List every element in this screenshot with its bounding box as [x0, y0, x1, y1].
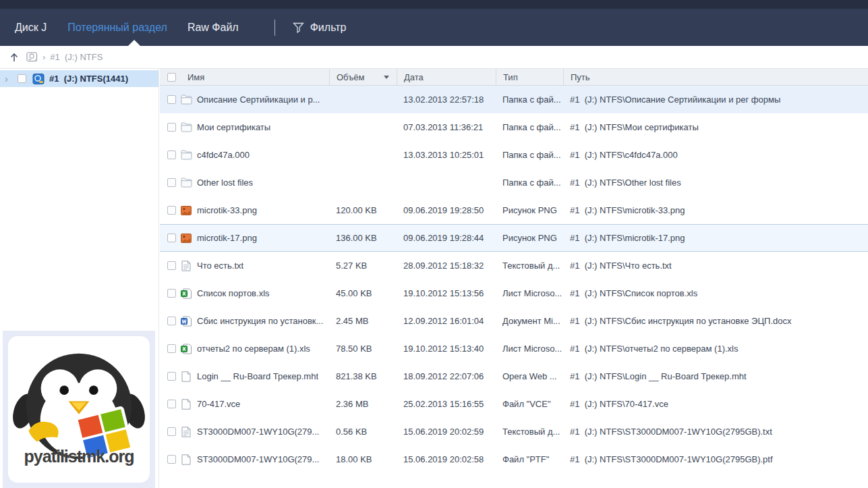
file-name-cell: 70-417.vce [160, 399, 329, 410]
table-row[interactable]: Сбис инструкция по установк...2.45 MB12.… [160, 307, 868, 335]
file-type: Папка с фай... [496, 122, 563, 132]
row-checkbox[interactable] [167, 206, 176, 215]
tab-raw-file[interactable]: Raw Файл [187, 22, 239, 34]
row-checkbox[interactable] [167, 151, 176, 159]
file-name-cell: ST3000DM007-1WY10G(279... [160, 454, 329, 465]
row-checkbox[interactable] [167, 372, 176, 381]
table-row[interactable]: Что есть.txt5.27 KB28.09.2012 15:18:32Те… [160, 252, 868, 279]
select-all-checkbox[interactable] [167, 73, 176, 82]
table-row[interactable]: ST3000DM007-1WY10G(279...0.56 KB15.06.20… [160, 418, 868, 445]
watermark-logo: pyatilistmk.org [3, 331, 155, 488]
column-header-size[interactable]: Объём [329, 69, 397, 85]
drive-icon[interactable] [26, 52, 38, 63]
file-date: 09.06.2019 19:28:44 [397, 233, 496, 243]
sidebar: › #1 (J:) NTFS(1441) [0, 69, 159, 488]
table-row[interactable]: отчеты2 по серверам (1).xls78.50 KB19.10… [160, 335, 868, 362]
watermark-text: pyatilistmk.org [3, 447, 155, 466]
file-date: 13.03.2013 10:25:01 [397, 150, 496, 160]
file-table: Имя Объём Дата Тип Путь Описание Сертийи… [160, 69, 868, 488]
row-checkbox[interactable] [167, 317, 176, 325]
file-name: отчеты2 по серверам (1).xls [197, 344, 310, 354]
table-row[interactable]: Other lost filesПапка с фай...#1 (J:) NT… [160, 169, 868, 196]
file-path: #1 (J:) NTFS\ST3000DM007-1WY10G(2795GB).… [563, 454, 868, 464]
file-name: microtik-33.png [197, 205, 257, 215]
file-date: 19.10.2012 15:13:56 [397, 288, 496, 298]
table-row[interactable]: ST3000DM007-1WY10G(279...18.00 KB15.06.2… [160, 445, 868, 473]
file-date: 12.09.2012 16:01:04 [397, 316, 496, 326]
file-type: Рисунок PNG [496, 205, 563, 215]
chevron-right-icon: › [42, 52, 45, 62]
expand-chevron-icon[interactable]: › [5, 74, 14, 84]
table-row[interactable]: 70-417.vce2.36 MB25.02.2013 15:16:55Файл… [160, 390, 868, 418]
file-name-cell: Сбис инструкция по установк... [160, 316, 329, 327]
file-name: Что есть.txt [197, 261, 243, 271]
file-name: Список портов.xls [197, 288, 270, 298]
column-label: Объём [337, 72, 364, 82]
column-header-type[interactable]: Тип [496, 69, 563, 85]
file-path: #1 (J:) NTFS\Описание Сертийикации и рег… [563, 94, 868, 105]
breadcrumb-path[interactable]: #1 (J:) NTFS [50, 52, 103, 62]
file-path: #1 (J:) NTFS\microtik-33.png [563, 205, 868, 215]
column-header-name[interactable]: Имя [160, 69, 329, 85]
row-checkbox[interactable] [167, 234, 176, 242]
filter-button[interactable]: Фильтр [293, 22, 347, 34]
row-checkbox[interactable] [167, 427, 176, 436]
folder-icon [180, 150, 192, 160]
file-name: Мои сертификаты [197, 122, 270, 132]
row-checkbox[interactable] [167, 95, 176, 104]
volume-label: #1 (J:) NTFS(1441) [49, 74, 128, 84]
volume-icon [32, 73, 45, 85]
file-name: ST3000DM007-1WY10G(279... [197, 454, 319, 464]
file-path: #1 (J:) NTFS\c4fdc47a.000 [563, 150, 868, 160]
column-label: Тип [503, 72, 518, 82]
file-name: Login __ Ru-Board Трекер.mht [197, 371, 318, 381]
file-name-cell: Other lost files [160, 178, 329, 188]
table-row[interactable]: Описание Сертийикации и р...13.02.2013 2… [160, 86, 868, 113]
excel-icon [180, 288, 192, 299]
file-path: #1 (J:) NTFS\Что есть.txt [563, 261, 868, 271]
tab-lost-partition[interactable]: Потерянный раздел [67, 22, 167, 34]
table-row[interactable]: c4fdc47a.00013.03.2013 10:25:01Папка с ф… [160, 141, 868, 169]
file-date: 13.02.2013 22:57:18 [397, 94, 496, 105]
file-date: 28.09.2012 15:18:32 [397, 261, 496, 271]
table-row[interactable]: microtik-17.png136.00 KB09.06.2019 19:28… [160, 224, 868, 252]
file-path: #1 (J:) NTFS\ST3000DM007-1WY10G(2795GB).… [563, 427, 868, 437]
file-name: ST3000DM007-1WY10G(279... [197, 427, 319, 437]
row-checkbox[interactable] [167, 123, 176, 132]
file-date: 19.10.2012 15:13:40 [397, 344, 496, 354]
tab-disk-j[interactable]: Диск J [15, 22, 47, 34]
row-checkbox[interactable] [167, 289, 176, 298]
row-checkbox[interactable] [167, 344, 176, 353]
file-name-cell: Описание Сертийикации и р... [160, 94, 329, 105]
size-dropdown-icon[interactable] [384, 76, 389, 79]
file-type: Лист Microso... [496, 288, 563, 298]
text-icon [180, 427, 192, 437]
row-checkbox[interactable] [167, 178, 176, 187]
file-path: #1 (J:) NTFS\microtik-17.png [563, 233, 868, 243]
file-name-cell: c4fdc47a.000 [160, 150, 329, 160]
file-icon [180, 399, 192, 410]
table-row[interactable]: Мои сертификаты07.03.2013 11:36:21Папка … [160, 113, 868, 141]
file-size: 2.36 MB [329, 399, 397, 409]
navigate-up-icon[interactable] [9, 52, 21, 63]
file-path: #1 (J:) NTFS\отчеты2 по серверам (1).xls [563, 344, 868, 354]
tab-separator [274, 20, 275, 36]
app-window: Диск J Потерянный раздел Raw Файл Фильтр… [0, 0, 868, 488]
image-icon [180, 234, 192, 243]
column-header-date[interactable]: Дата [397, 69, 496, 85]
file-name: Other lost files [197, 178, 253, 188]
row-checkbox[interactable] [167, 261, 176, 270]
volume-checkbox[interactable] [18, 74, 26, 83]
table-row[interactable]: Список портов.xls45.00 KB19.10.2012 15:1… [160, 279, 868, 307]
sidebar-item-volume[interactable]: › #1 (J:) NTFS(1441) [0, 70, 158, 87]
file-icon [180, 371, 192, 382]
filter-funnel-icon [293, 22, 304, 33]
table-row[interactable]: Login __ Ru-Board Трекер.mht821.38 KB18.… [160, 362, 868, 390]
row-checkbox[interactable] [167, 400, 176, 408]
file-size: 821.38 KB [329, 371, 397, 381]
row-checkbox[interactable] [167, 455, 176, 464]
table-row[interactable]: microtik-33.png120.00 KB09.06.2019 19:28… [160, 196, 868, 224]
breadcrumb: › #1 (J:) NTFS [0, 46, 868, 69]
column-header-path[interactable]: Путь [563, 69, 868, 85]
file-path: #1 (J:) NTFS\Мои сертификаты [563, 122, 868, 132]
